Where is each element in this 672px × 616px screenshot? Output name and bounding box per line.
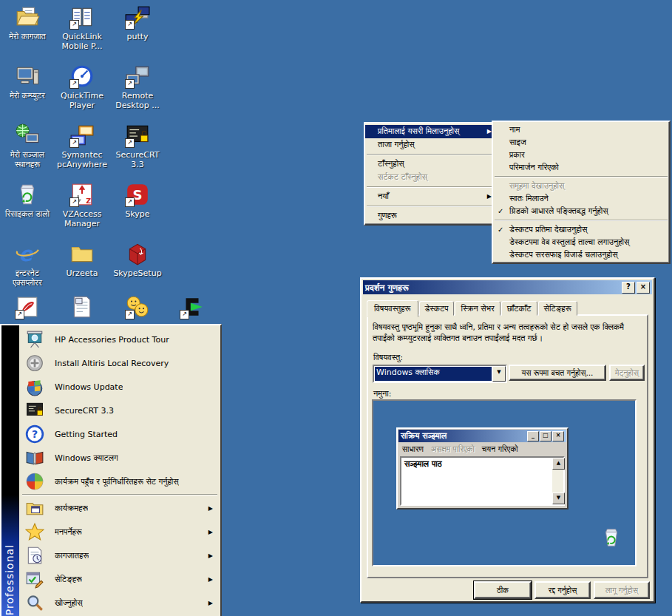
start-menu-item-search[interactable]: खोज्नुहोस्▶ [21,591,219,615]
context-menu-item[interactable]: ताजा गर्नुहोस् [365,138,495,152]
scroll-down-icon[interactable]: ▼ [552,493,565,504]
start-menu-banner-text: Professional [4,544,16,615]
start-menu-item-label: Windows Update [55,382,123,392]
arrange-submenu-item[interactable]: परिमार्जन गरिएको [493,161,669,174]
theme-dropdown[interactable]: Windows क्लासिक ▼ [373,365,507,383]
arrange-submenu-item[interactable]: स्वतः मिलाउने [493,192,669,205]
scroll-up-icon[interactable]: ▲ [552,458,565,470]
windows-update-icon [25,377,44,396]
quicktime-icon: ↗ [69,64,95,89]
start-menu-item-documents[interactable]: कागजातहरू▶ [21,544,219,567]
start-menu-item-settings[interactable]: सेटिङ्हरू▶ [21,567,219,591]
chevron-down-icon[interactable]: ▼ [492,366,506,382]
apply-button: लागू गर्नुहोस् [594,581,650,599]
desktop-icon-pcanywhere[interactable]: ↗Symantec pcAnywhere [55,123,109,169]
shortcut-arrow-icon: ↗ [125,79,135,89]
arrange-submenu-separator [495,220,668,221]
desktop-icon-remote-desktop[interactable]: ↗Remote Desktop ... [110,64,165,110]
context-menu-item[interactable]: नयाँ▶ [365,190,495,203]
desktop-icon-label: Symantec pcAnywhere [55,150,109,169]
arrange-submenu-item[interactable]: प्रकार [493,149,669,161]
my-documents-icon [15,4,40,30]
help-icon[interactable]: ? [622,282,635,294]
cancel-button[interactable]: रद्द गर्नुहोस् [534,581,591,599]
altiris-icon [25,353,44,373]
favorites-icon [25,522,44,541]
checkmark-icon: ✓ [498,205,503,217]
submenu-arrow-icon: ▶ [208,529,213,535]
start-menu-item-label: खोज्नुहोस् [55,598,83,608]
desktop-icon-folder[interactable]: Urzeeta [55,241,109,278]
desktop-icon-skypesetup[interactable]: SkypeSetup [110,241,165,278]
document-icon [69,294,95,319]
desktop-icon-vzaccess[interactable]: Z↗VZAccess Manager [55,182,109,229]
arrange-submenu-item[interactable]: डेस्कटपमा वेब वस्तुलाई ताल्चा लगाउनुहोस् [493,236,669,248]
desktop-icon-label: VZAccess Manager [55,209,109,229]
tab-desktop[interactable]: डेस्कटप [419,301,455,316]
sample-label: नमुना: [373,389,391,399]
desktop-icon-securecrt[interactable]: ↗SecureCRT 3.3 [110,123,165,169]
start-menu-item-getting-started[interactable]: ?Getting Started [21,422,219,446]
arrange-submenu-item[interactable]: डेस्कटप सरसफाइ विजार्ड चलाउनुहोस् [493,248,669,261]
start-menu-item-securecrt[interactable]: SecureCRT 3.3 [21,399,219,422]
start-menu-item-hp-tour[interactable]: HP Accessories Product Tour [21,328,219,351]
preview-menu-item: चयन गरिएको [482,444,518,454]
context-menu-separator [367,154,494,155]
minimize-icon: _ [527,431,539,441]
desktop-icon-internet-explorer[interactable]: eइन्टरनेट एक्सप्लोरर [0,241,55,288]
tab-appearance[interactable]: छाँटकाँट [501,301,537,316]
dialog-titlebar[interactable]: प्रदर्शन गुणहरू ? × [363,280,652,294]
desktop-icon-quicktime[interactable]: ↗QuickTime Player [55,64,109,110]
desktop-icon-label: मेरो कागजात [0,32,55,41]
submenu-arrow-icon: ▶ [208,600,213,606]
desktop-icon-label: QuickLink Mobile P... [55,32,109,51]
desktop-icon-label: SkypeSetup [110,268,165,278]
arrange-submenu-item[interactable]: ✓डेस्कटप प्रतिमा देखाउनुहोस् [493,223,669,236]
desktop-icon-dos-app[interactable]: ↗ [165,294,220,322]
desktop-icon-skype[interactable]: S↗Skype [110,182,165,219]
context-menu-separator [367,186,494,188]
preview-menu-item: साधारण [402,444,424,454]
desktop-icon-messenger[interactable]: ↗ [110,294,165,322]
start-menu-item-program-access[interactable]: कार्यक्रम पहुँच र पूर्वनिर्धारितहरू सेट … [21,470,219,493]
arrange-submenu-item[interactable]: साइज [493,136,669,149]
context-menu-item-label: टाँस्नुहोस् [378,159,404,169]
tab-settings[interactable]: सेटिङ्हरू [538,301,577,316]
start-menu-item-programs[interactable]: कार्यक्रमहरू▶ [21,496,219,520]
ok-button[interactable]: ठीक [474,581,532,599]
desktop-icon-recycle-bin[interactable]: रिसाइकल डालो [0,182,55,219]
arrange-submenu-item-label: साइज [509,138,526,147]
start-menu-item-altiris[interactable]: Install Altiris Local Recovery [21,351,219,375]
preview-scrollbar[interactable]: ▲ ▼ [552,458,563,504]
close-icon[interactable]: × [637,282,650,294]
context-menu-item[interactable]: प्रतिमालाई यसरी मिलाउनुहोस्▶ [365,125,495,138]
shortcut-arrow-icon: ↗ [69,79,79,89]
start-menu-item-favorites[interactable]: मनपर्नेहरू▶ [21,520,219,544]
desktop-icon-quicklink[interactable]: ↗QuickLink Mobile P... [55,4,109,51]
arrange-submenu-item[interactable]: नाम [493,123,669,136]
context-menu-item-label: सर्टकट टाँस्नुहोस् [378,172,427,182]
desktop-icon-network-places[interactable]: मेरो सञ्जाल स्थानहरू [0,123,55,169]
save-as-button[interactable]: यस रूपमा बचत गर्नुहोस्... [509,365,606,381]
messenger-icon: ↗ [125,294,150,319]
start-menu-item-label: HP Accessories Product Tour [55,335,169,345]
desktop-icon-acrobat[interactable]: ↗ [0,294,55,322]
context-menu-item[interactable]: टाँस्नुहोस् [365,158,495,171]
shortcut-arrow-icon: ↗ [125,20,135,30]
arrange-submenu-item[interactable]: ✓ग्रिडको आधारले पङ्क्तिबद्ध गर्नुहोस् [493,205,669,217]
context-menu-item: सर्टकट टाँस्नुहोस् [365,171,495,184]
start-menu-item-windows-update[interactable]: Windows Update [21,375,219,399]
tab-screensaver[interactable]: स्क्रिन सेभर [455,301,500,316]
desktop-icon-putty[interactable]: ↗putty [110,4,165,41]
theme-label: विषयवस्तु: [373,353,403,362]
desktop-icon-my-computer[interactable]: मेरो कम्प्युटर [0,64,55,101]
arrange-submenu-item-label: स्वतः मिलाउने [509,194,549,203]
shortcut-arrow-icon: ↗ [69,138,79,148]
context-menu-item[interactable]: गुणहरू [365,209,495,223]
context-menu-separator [367,206,494,207]
skypesetup-icon [125,241,150,266]
desktop-icon-document[interactable] [55,294,109,322]
start-menu-item-windows-catalog[interactable]: Windows क्याटलग [21,446,219,470]
tab-themes[interactable]: विषयवस्तुहरू [367,300,418,317]
desktop-icon-my-documents[interactable]: मेरो कागजात [0,4,55,41]
